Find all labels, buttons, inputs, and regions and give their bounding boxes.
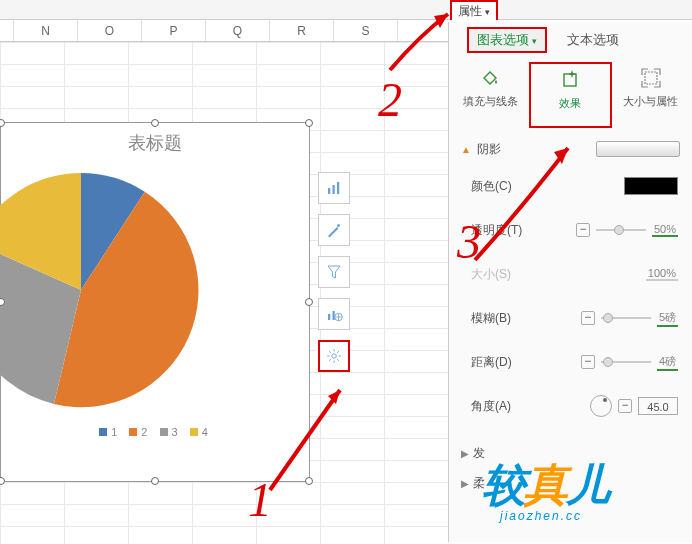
blur-label: 模糊(B): [461, 310, 551, 327]
tab-size-properties[interactable]: 大小与属性: [612, 62, 690, 128]
tab-effect[interactable]: 效果: [529, 62, 611, 128]
chart-filter-button[interactable]: [318, 256, 350, 288]
pie-chart[interactable]: [0, 160, 211, 420]
shadow-header[interactable]: ▲ 阴影: [461, 134, 680, 164]
resize-handle[interactable]: [151, 119, 159, 127]
soft-edges-section-header[interactable]: ▶柔: [461, 468, 680, 498]
prop-distance: 距离(D) − 4磅: [461, 340, 680, 384]
prop-blur: 模糊(B) − 5磅: [461, 296, 680, 340]
minus-button[interactable]: −: [618, 399, 632, 413]
resize-handle[interactable]: [151, 477, 159, 485]
chart-title[interactable]: 表标题: [1, 123, 309, 155]
tab-label: 效果: [559, 96, 581, 111]
tab-chart-options[interactable]: 图表选项: [467, 27, 547, 53]
col-Q[interactable]: Q: [206, 20, 270, 41]
distance-slider[interactable]: [601, 357, 651, 367]
chart-side-toolbar: [318, 172, 354, 372]
prop-angle: 角度(A) − 45.0: [461, 384, 680, 428]
svg-rect-0: [328, 188, 330, 194]
prop-transparency: 透明度(T) − 50%: [461, 208, 680, 252]
svg-rect-8: [564, 74, 576, 86]
svg-rect-9: [645, 72, 657, 84]
blur-slider[interactable]: [601, 313, 651, 323]
annotation-label-1: 1: [248, 472, 272, 527]
minus-button[interactable]: −: [581, 355, 595, 369]
shadow-section: ▲ 阴影 颜色(C) 透明度(T) − 50% 大小(S) 100% 模糊(B): [449, 128, 692, 434]
transparency-slider[interactable]: [596, 225, 646, 235]
tab-label: 填充与线条: [463, 94, 518, 109]
properties-panel: 图表选项 文本选项 填充与线条 效果 大小与属性 ▲ 阴影 颜色(C) 透明度(…: [448, 22, 692, 542]
angle-label: 角度(A): [461, 398, 551, 415]
col-N[interactable]: N: [14, 20, 78, 41]
minus-button[interactable]: −: [576, 223, 590, 237]
annotation-label-2: 2: [378, 72, 402, 127]
prop-color: 颜色(C): [461, 164, 680, 208]
col-S[interactable]: S: [334, 20, 398, 41]
expandable-sections: ▶发 ▶柔: [449, 434, 692, 502]
angle-value[interactable]: 45.0: [638, 397, 678, 415]
distance-value: 4磅: [657, 354, 678, 371]
formula-bar: 属性: [0, 0, 692, 20]
tab-text-options[interactable]: 文本选项: [567, 31, 619, 49]
svg-rect-1: [333, 185, 335, 194]
col-O[interactable]: O: [78, 20, 142, 41]
svg-rect-2: [337, 182, 339, 194]
panel-top-tabs: 图表选项 文本选项: [449, 22, 692, 58]
resize-handle[interactable]: [305, 119, 313, 127]
distance-label: 距离(D): [461, 354, 551, 371]
color-swatch[interactable]: [624, 177, 678, 195]
chart-legend[interactable]: 1 2 3 4: [1, 426, 309, 438]
angle-dial[interactable]: [590, 395, 612, 417]
tab-label: 大小与属性: [623, 94, 678, 109]
col-R[interactable]: R: [270, 20, 334, 41]
svg-rect-4: [328, 314, 330, 320]
transparency-value: 50%: [652, 223, 678, 237]
col-P[interactable]: P: [142, 20, 206, 41]
collapse-icon: ▲: [461, 144, 471, 155]
size-icon: [639, 66, 663, 90]
glow-section-header[interactable]: ▶发: [461, 438, 680, 468]
resize-handle[interactable]: [305, 298, 313, 306]
annotation-label-3: 3: [457, 214, 481, 269]
resize-handle[interactable]: [305, 477, 313, 485]
col-corner: [0, 20, 14, 41]
shadow-preset-dropdown[interactable]: [596, 141, 680, 157]
color-label: 颜色(C): [461, 178, 551, 195]
chart-elements-button[interactable]: [318, 172, 350, 204]
chart-data-button[interactable]: [318, 298, 350, 330]
panel-icon-tabs: 填充与线条 效果 大小与属性: [449, 58, 692, 128]
size-value: 100%: [646, 267, 678, 281]
blur-value: 5磅: [657, 310, 678, 327]
chart-settings-button[interactable]: [318, 340, 350, 372]
shadow-label: 阴影: [477, 141, 501, 158]
svg-rect-5: [333, 311, 335, 320]
chart-object[interactable]: 表标题 1 2 3 4: [0, 122, 310, 482]
chart-style-button[interactable]: [318, 214, 350, 246]
prop-size: 大小(S) 100%: [461, 252, 680, 296]
tab-fill-line[interactable]: 填充与线条: [451, 62, 529, 128]
effect-icon: [558, 68, 582, 92]
minus-button[interactable]: −: [581, 311, 595, 325]
svg-point-7: [332, 354, 337, 359]
paint-bucket-icon: [478, 66, 502, 90]
svg-point-3: [337, 224, 340, 227]
